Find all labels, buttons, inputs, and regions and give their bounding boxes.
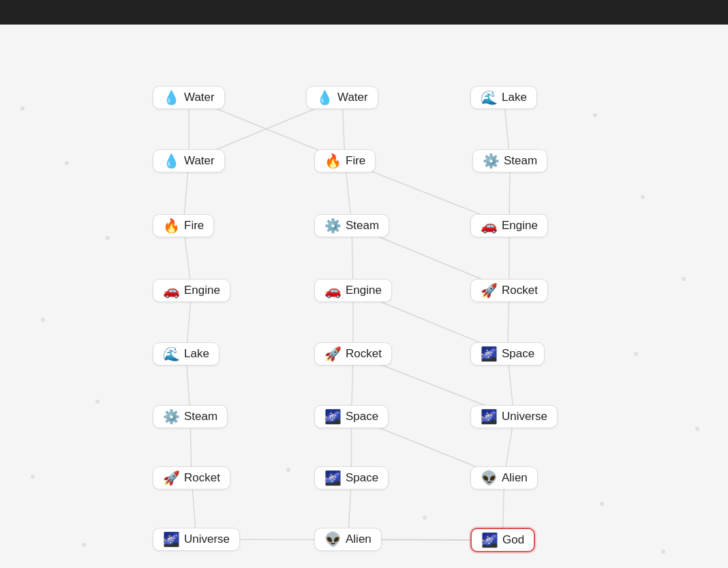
decorative-dot (41, 318, 45, 322)
node-water2[interactable]: 💧Water (306, 86, 378, 109)
node-space1[interactable]: 🌌Space (470, 342, 545, 365)
node-icon-engine2: 🚗 (163, 284, 180, 297)
node-alien1[interactable]: 👽Alien (470, 466, 538, 490)
node-icon-lake1: 🌊 (481, 91, 498, 104)
header-bar (0, 0, 728, 25)
decorative-dot (286, 468, 290, 472)
node-icon-fire2: 🔥 (163, 219, 180, 233)
node-icon-water1: 💧 (163, 91, 180, 104)
node-label-water3: Water (184, 154, 215, 168)
node-label-alien2: Alien (346, 533, 371, 546)
decorative-dot (65, 161, 69, 165)
node-lake1[interactable]: 🌊Lake (470, 86, 537, 109)
node-label-universe1: Universe (502, 410, 547, 423)
node-rocket3[interactable]: 🚀Rocket (153, 466, 230, 490)
node-icon-alien2: 👽 (324, 533, 342, 546)
node-god[interactable]: 🌌God (470, 528, 535, 552)
node-label-steam1: Steam (504, 154, 537, 168)
decorative-dot (106, 236, 110, 240)
node-icon-space3: 🌌 (324, 471, 342, 485)
node-icon-alien1: 👽 (481, 471, 498, 485)
node-icon-fire1: 🔥 (324, 154, 342, 168)
decorative-dot (600, 502, 604, 506)
node-label-steam2: Steam (346, 219, 379, 233)
node-icon-steam2: ⚙️ (324, 219, 342, 233)
node-engine1[interactable]: 🚗Engine (470, 214, 548, 237)
node-label-engine1: Engine (502, 219, 538, 233)
node-water1[interactable]: 💧Water (153, 86, 225, 109)
node-icon-steam1: ⚙️ (483, 154, 500, 168)
node-label-alien1: Alien (502, 471, 528, 485)
decorative-dot (95, 400, 100, 404)
node-steam1[interactable]: ⚙️Steam (472, 149, 547, 173)
node-label-space1: Space (502, 347, 534, 361)
node-rocket1[interactable]: 🚀Rocket (470, 279, 548, 302)
node-label-lake1: Lake (502, 91, 527, 104)
node-icon-lake2: 🌊 (163, 347, 180, 361)
node-icon-rocket2: 🚀 (324, 347, 342, 361)
node-label-rocket2: Rocket (346, 347, 382, 361)
node-label-lake2: Lake (184, 347, 209, 361)
node-space3[interactable]: 🌌Space (314, 466, 389, 490)
node-universe2[interactable]: 🌌Universe (153, 528, 240, 551)
node-label-steam3: Steam (184, 410, 217, 423)
node-icon-space2: 🌌 (324, 410, 342, 423)
node-icon-space1: 🌌 (481, 347, 498, 361)
node-label-god: God (502, 533, 524, 547)
node-label-space3: Space (346, 471, 378, 485)
node-icon-steam3: ⚙️ (163, 410, 180, 423)
decorative-dot (634, 352, 638, 356)
node-icon-water2: 💧 (316, 91, 333, 104)
decorative-dot (682, 277, 686, 281)
node-label-engine3: Engine (346, 284, 382, 297)
node-rocket2[interactable]: 🚀Rocket (314, 342, 392, 365)
node-label-rocket3: Rocket (184, 471, 220, 485)
node-fire2[interactable]: 🔥Fire (153, 214, 214, 237)
decorative-dot (423, 515, 427, 520)
node-icon-universe1: 🌌 (481, 410, 498, 423)
node-label-fire1: Fire (346, 154, 365, 168)
node-label-engine2: Engine (184, 284, 220, 297)
canvas-area: 💧Water💧Water🌊Lake💧Water🔥Fire⚙️Steam🔥Fire… (0, 25, 728, 568)
node-lake2[interactable]: 🌊Lake (153, 342, 219, 365)
node-icon-engine1: 🚗 (481, 219, 498, 233)
node-fire1[interactable]: 🔥Fire (314, 149, 376, 173)
node-icon-rocket1: 🚀 (481, 284, 498, 297)
decorative-dot (641, 195, 645, 199)
decorative-dot (82, 543, 86, 547)
node-alien2[interactable]: 👽Alien (314, 528, 382, 551)
node-water3[interactable]: 💧Water (153, 149, 225, 173)
node-label-water1: Water (184, 91, 215, 104)
node-icon-universe2: 🌌 (163, 533, 180, 546)
node-engine2[interactable]: 🚗Engine (153, 279, 230, 302)
node-icon-rocket3: 🚀 (163, 471, 180, 485)
node-steam3[interactable]: ⚙️Steam (153, 405, 228, 428)
node-label-fire2: Fire (184, 219, 204, 233)
decorative-dot (31, 475, 35, 479)
node-universe1[interactable]: 🌌Universe (470, 405, 558, 428)
node-icon-engine3: 🚗 (324, 284, 342, 297)
node-icon-god: 🌌 (481, 533, 498, 547)
node-space2[interactable]: 🌌Space (314, 405, 389, 428)
decorative-dot (593, 113, 597, 117)
node-label-space2: Space (346, 410, 378, 423)
node-steam2[interactable]: ⚙️Steam (314, 214, 389, 237)
node-label-rocket1: Rocket (502, 284, 538, 297)
decorative-dot (695, 427, 699, 431)
node-icon-water3: 💧 (163, 154, 180, 168)
decorative-dot (20, 106, 25, 110)
node-label-universe2: Universe (184, 533, 230, 546)
decorative-dot (661, 550, 665, 554)
node-label-water2: Water (337, 91, 368, 104)
node-engine3[interactable]: 🚗Engine (314, 279, 392, 302)
